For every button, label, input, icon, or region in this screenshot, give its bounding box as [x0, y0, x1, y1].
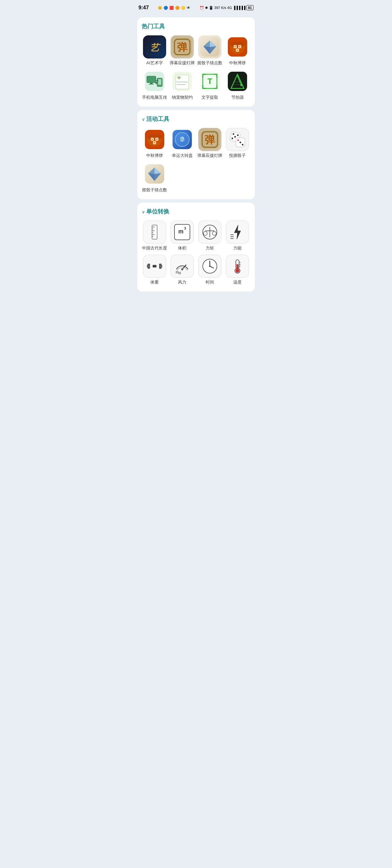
- eye-icon: 👁: [187, 6, 190, 10]
- tool-time[interactable]: 时间: [197, 255, 223, 285]
- svg-marker-93: [234, 225, 241, 239]
- status-notification-icons: 😊 🔵 🟥 🟠 🟡 👁: [158, 6, 190, 10]
- tool-danmu[interactable]: 弹 弹幕应援灯牌: [169, 35, 195, 66]
- svg-point-71: [240, 142, 241, 143]
- svg-point-52: [154, 142, 155, 143]
- svg-point-18: [239, 46, 240, 47]
- status-right-icons: ⏰ ✱ 📳 397 K/s 4G ▐▐▐▐▐ 81: [199, 5, 254, 10]
- emoji-icon4: 🟠: [175, 6, 179, 10]
- tool-ancient-length[interactable]: 中国古代长度: [142, 220, 167, 251]
- lucky-wheel-icon: ?: [171, 128, 194, 151]
- danmu2-icon: 弹: [198, 128, 221, 151]
- tool-energy[interactable]: 力能: [225, 220, 250, 251]
- hot-tools-title: 热门工具: [142, 23, 250, 30]
- weight-label: 体重: [151, 280, 159, 285]
- activity-tools-card: 活动工具 中秋博饼: [137, 110, 255, 199]
- tool-throw-dice[interactable]: 投掷骰子: [225, 128, 250, 158]
- svg-point-27: [159, 85, 160, 86]
- danmu-label: 弹幕应援灯牌: [170, 60, 195, 66]
- tool-weight[interactable]: 体重: [142, 255, 167, 285]
- text-extract-label: 文字提取: [201, 95, 218, 100]
- ai-art-icon: 艺: [143, 35, 166, 59]
- emoji-icon5: 🟡: [181, 6, 186, 10]
- status-bar: 9:47 😊 🔵 🟥 🟠 🟡 👁 ⏰ ✱ 📳 397 K/s 4G ▐▐▐▐▐ …: [133, 0, 259, 14]
- svg-point-46: [147, 134, 162, 140]
- throw-dice-label: 投掷骰子: [229, 153, 246, 158]
- svg-point-31: [177, 76, 178, 78]
- tool-pet[interactable]: 纳宠物契约: [169, 70, 195, 100]
- text-extract-icon: T: [198, 70, 221, 93]
- status-time: 9:47: [138, 5, 149, 10]
- bluetooth-icon: ✱: [205, 6, 208, 10]
- emoji-icon2: 🔵: [164, 6, 168, 10]
- tool-temperature[interactable]: 温度: [225, 255, 250, 285]
- tool-volume[interactable]: m 3 体积: [169, 220, 195, 251]
- svg-text:弹: 弹: [177, 41, 188, 53]
- svg-text:T: T: [207, 77, 213, 86]
- tool-lucky-wheel[interactable]: ? 幸运大转盘: [169, 128, 195, 158]
- ancient-length-label: 中国古代长度: [142, 246, 167, 251]
- svg-rect-97: [153, 265, 157, 268]
- tool-speed[interactable]: 风力: [169, 255, 195, 285]
- network-speed: 397 K/s: [214, 6, 226, 10]
- temperature-icon: [226, 255, 249, 278]
- volume-icon: m 3: [171, 220, 194, 244]
- svg-text:m: m: [178, 228, 184, 235]
- svg-rect-23: [150, 83, 153, 84]
- ancient-length-icon: [143, 220, 166, 244]
- svg-point-107: [209, 266, 211, 267]
- battery-container: 81: [247, 5, 254, 10]
- svg-text:弹: 弹: [205, 134, 215, 146]
- energy-icon: [226, 220, 249, 244]
- svg-point-32: [178, 76, 179, 78]
- pet-label: 纳宠物契约: [172, 95, 193, 100]
- dice-guess2-icon: [143, 162, 166, 186]
- tool-dice-guess2[interactable]: 摇骰子猜点数: [142, 162, 167, 193]
- svg-point-19: [237, 50, 238, 51]
- tool-ai-art[interactable]: 艺 AI艺术字: [142, 35, 167, 66]
- tool-metronome[interactable]: 节拍器: [225, 70, 250, 100]
- activity-tools-grid: 中秋博饼 ? 幸运大转盘: [142, 128, 250, 193]
- svg-point-50: [152, 138, 153, 140]
- unit-conversion-card: 单位转换 中国古代长度: [137, 203, 255, 292]
- metronome-label: 节拍器: [231, 95, 244, 100]
- tool-dice-guess[interactable]: 摇骰子猜点数: [197, 35, 223, 66]
- svg-rect-100: [147, 265, 150, 268]
- tool-danmu2[interactable]: 弹 弹幕应援灯牌: [197, 128, 223, 158]
- transfer-icon: [143, 70, 166, 93]
- dice-guess-icon: [198, 35, 221, 59]
- metronome-icon: [226, 70, 249, 93]
- tool-mooncake2[interactable]: 中秋博饼: [142, 128, 167, 158]
- emoji-icon1: 😊: [158, 6, 162, 10]
- torque-icon: [198, 220, 221, 244]
- mooncake2-label: 中秋博饼: [146, 153, 163, 158]
- svg-point-70: [242, 144, 243, 145]
- svg-text:3: 3: [184, 226, 186, 230]
- transfer-label: 手机电脑互传: [142, 95, 167, 100]
- mooncake2-icon: [143, 128, 166, 151]
- svg-rect-101: [159, 265, 162, 268]
- weight-icon: [143, 255, 166, 278]
- svg-point-111: [235, 269, 239, 273]
- svg-point-13: [230, 42, 245, 47]
- svg-text:?: ?: [180, 135, 184, 143]
- tool-torque[interactable]: 力矩: [197, 220, 223, 251]
- tool-text-extract[interactable]: T 文字提取: [197, 70, 223, 100]
- svg-point-17: [235, 46, 236, 47]
- alarm-icon: ⏰: [199, 6, 204, 10]
- danmu2-label: 弹幕应援灯牌: [197, 153, 222, 158]
- dice-guess2-label: 摇骰子猜点数: [142, 187, 167, 193]
- vibrate-icon: 📳: [209, 6, 214, 10]
- mooncake-icon: [226, 35, 249, 59]
- tool-mooncake[interactable]: 中秋博饼: [225, 35, 250, 66]
- svg-rect-26: [158, 79, 161, 85]
- lucky-wheel-label: 幸运大转盘: [172, 153, 193, 158]
- svg-point-33: [179, 76, 181, 78]
- hot-tools-grid: 艺 AI艺术字 弹 弹幕应援灯牌: [142, 35, 250, 100]
- volume-label: 体积: [178, 246, 186, 251]
- ai-art-label: AI艺术字: [146, 60, 163, 66]
- torque-label: 力矩: [206, 246, 214, 251]
- speed-label: 风力: [178, 280, 186, 285]
- tool-transfer[interactable]: 手机电脑互传: [142, 70, 167, 100]
- svg-rect-110: [236, 264, 238, 270]
